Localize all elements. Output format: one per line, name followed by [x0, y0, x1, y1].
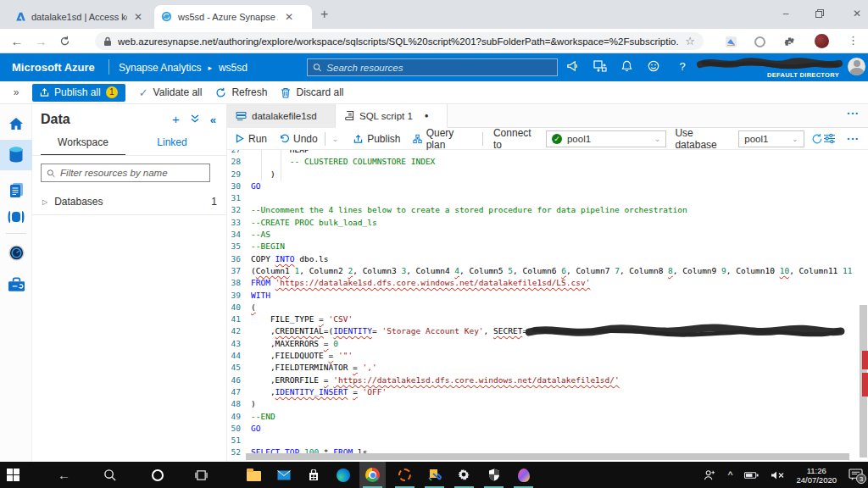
settings-gear-icon[interactable]: [451, 462, 477, 488]
breadcrumb-workspace[interactable]: ws5sd: [219, 62, 248, 74]
notifications-bell-icon[interactable]: [621, 60, 637, 74]
run-button[interactable]: Run: [236, 133, 267, 145]
forward-icon[interactable]: →: [29, 34, 53, 48]
collapse-panel-icon[interactable]: «: [210, 114, 216, 126]
add-resource-icon[interactable]: +: [172, 114, 180, 126]
code-line[interactable]: 33--CREATE PROC bulk_load_ls: [227, 217, 868, 229]
browser-tab-2-active[interactable]: ws5sd - Azure Synapse Analytic ✕: [154, 5, 312, 29]
code-line[interactable]: 45 ,FIELDTERMINATOR = ',': [227, 362, 868, 374]
discard-all-button[interactable]: Discard all: [281, 86, 343, 98]
nav-integrate-icon[interactable]: [0, 202, 32, 231]
editor-more-icon[interactable]: •••: [848, 135, 860, 142]
code-area[interactable]: 27 HEAP28 -- CLUSTERED COLUMNSTORE INDEX…: [227, 150, 868, 462]
query-plan-button[interactable]: Query plan: [413, 127, 472, 151]
tab-linked[interactable]: Linked: [142, 136, 202, 154]
code-line[interactable]: 36COPY INTO dbo.ls: [227, 253, 868, 265]
tree-chevron-icon[interactable]: ▷: [42, 198, 47, 206]
editor-tab-datalakefile1sd[interactable]: datalakefile1sd: [227, 104, 336, 128]
start-button[interactable]: [0, 462, 26, 488]
expand-panel-icon[interactable]: »: [0, 86, 32, 98]
code-line[interactable]: 49--END: [227, 411, 868, 423]
code-line[interactable]: 34--AS: [227, 229, 868, 241]
help-icon[interactable]: ?: [675, 60, 690, 74]
nav-monitor-icon[interactable]: [0, 238, 32, 267]
code-line[interactable]: 31: [227, 192, 868, 204]
code-line[interactable]: 32--Uncomment the 4 lines below to creat…: [227, 204, 868, 216]
chrome-icon[interactable]: [359, 462, 386, 488]
code-line[interactable]: 50GO: [227, 423, 868, 435]
browser-profile-avatar[interactable]: [815, 34, 829, 48]
undo-button[interactable]: Undo: [279, 133, 318, 145]
system-tools-icon[interactable]: [421, 462, 448, 488]
breadcrumb-product[interactable]: Synapse Analytics: [119, 62, 201, 74]
code-line[interactable]: 29 ): [227, 169, 868, 180]
window-minimize-button[interactable]: –: [773, 3, 798, 24]
tray-chevron-icon[interactable]: ^: [728, 469, 733, 481]
extensions-puzzle-icon[interactable]: [783, 36, 796, 48]
code-line[interactable]: 46 ,ERRORFILE = 'https://datalake1sd.dfs…: [227, 374, 868, 386]
microsoft-store-icon[interactable]: [300, 462, 326, 488]
code-line[interactable]: 47 ,IDENTITY_INSERT = 'OFF': [227, 386, 868, 398]
feedback-smiley-icon[interactable]: [648, 60, 663, 74]
taskbar-clock[interactable]: 11:26 24/07/2020: [796, 466, 837, 485]
azure-brand[interactable]: Microsoft Azure: [12, 61, 95, 74]
publish-all-button[interactable]: Publish all 1: [32, 84, 125, 102]
tab-close-icon[interactable]: ✕: [283, 11, 295, 23]
tab-bar-more-icon[interactable]: •••: [848, 109, 860, 117]
file-explorer-icon[interactable]: [241, 462, 267, 488]
battery-icon[interactable]: [744, 471, 759, 480]
taskbar-back-icon[interactable]: ←: [51, 462, 77, 488]
reload-icon[interactable]: [53, 36, 76, 47]
taskbar-search-icon[interactable]: [97, 462, 123, 488]
code-line[interactable]: 44 ,FIELDQUOTE = '"': [227, 350, 868, 362]
megaphone-icon[interactable]: [566, 60, 581, 74]
code-line[interactable]: 43 ,MAXERRORS = 0: [227, 338, 868, 350]
deployments-icon[interactable]: [593, 60, 609, 74]
paint-drop-icon[interactable]: [510, 462, 537, 488]
nav-manage-icon[interactable]: [0, 270, 32, 299]
back-icon[interactable]: ←: [5, 34, 29, 48]
filter-input[interactable]: [60, 168, 204, 178]
code-line[interactable]: 40(: [227, 302, 868, 313]
window-close-button[interactable]: ✕: [844, 3, 868, 24]
publish-button[interactable]: Publish: [353, 133, 400, 145]
horizontal-scrollbar[interactable]: [246, 453, 849, 460]
nav-develop-icon[interactable]: [0, 175, 32, 204]
code-line[interactable]: 38FROM 'https://datalake1sd.dfs.core.win…: [227, 277, 868, 289]
code-line[interactable]: 28 -- CLUSTERED COLUMNSTORE INDEX: [227, 156, 868, 168]
refresh-database-icon[interactable]: [811, 133, 823, 145]
account-avatar[interactable]: [848, 58, 865, 75]
task-view-icon[interactable]: [188, 462, 214, 488]
code-line[interactable]: 37(Column1 1, Column2 2, Column3 3, Colu…: [227, 265, 868, 277]
collapse-all-icon[interactable]: [191, 114, 199, 126]
bookmark-star-icon[interactable]: ☆: [685, 35, 695, 47]
filter-resources-box[interactable]: [41, 164, 210, 182]
url-bar[interactable]: web.azuresynapse.net/authoring/explore/w…: [95, 32, 704, 50]
nav-data-icon[interactable]: [0, 140, 32, 170]
connect-to-dropdown[interactable]: ✓ pool1 ⌄: [546, 130, 666, 147]
windows-security-icon[interactable]: [481, 462, 507, 488]
extension-icon-1[interactable]: [725, 36, 737, 48]
browser-tab-1[interactable]: datalake1sd | Access keys - Mi ✕: [8, 5, 151, 29]
browser-menu-icon[interactable]: ⋮: [848, 34, 859, 47]
edge-icon[interactable]: [330, 462, 356, 488]
code-line[interactable]: 30GO: [227, 180, 868, 192]
validate-all-button[interactable]: ✓ Validate all: [139, 86, 203, 99]
volume-muted-icon[interactable]: [771, 470, 784, 480]
code-line[interactable]: 27 HEAP: [227, 150, 868, 156]
refresh-button[interactable]: Refresh: [215, 86, 267, 98]
sync-app-icon[interactable]: [392, 462, 418, 488]
tab-close-icon[interactable]: ✕: [132, 11, 144, 23]
undo-dropdown-chevron-icon[interactable]: ⌄: [332, 135, 339, 143]
code-line[interactable]: 35--BEGIN: [227, 241, 868, 252]
mail-icon[interactable]: [270, 462, 297, 488]
global-search-box[interactable]: [307, 58, 558, 76]
code-line[interactable]: 42 ,CREDENTIAL=(IDENTITY= 'Storage Accou…: [227, 325, 868, 337]
new-tab-button[interactable]: +: [320, 7, 328, 22]
code-line[interactable]: 51: [227, 435, 868, 446]
people-icon[interactable]: [704, 469, 716, 480]
nav-home-icon[interactable]: [0, 109, 32, 138]
tab-workspace[interactable]: Workspace: [41, 136, 125, 156]
extension-icon-2[interactable]: [754, 36, 765, 47]
code-line[interactable]: 39WITH: [227, 290, 868, 302]
